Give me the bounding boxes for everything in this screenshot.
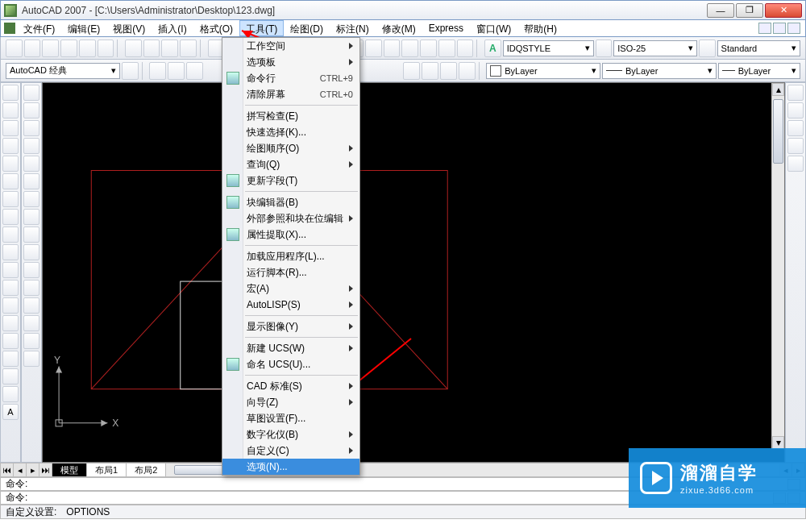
revcloud-icon[interactable] (2, 209, 19, 225)
tools-menu-item[interactable]: 显示图像(Y) (222, 318, 359, 335)
tools-menu-item[interactable]: 向导(Z) (222, 394, 359, 410)
tools-menu-item[interactable]: 草图设置(F)... (222, 410, 359, 426)
region-props-icon[interactable] (787, 120, 804, 136)
extend-icon[interactable] (23, 262, 39, 278)
layer-color-combo[interactable]: ByLayer▾ (486, 63, 600, 79)
tools-menu-item[interactable]: 查询(Q) (222, 156, 359, 172)
stretch-icon[interactable] (23, 227, 39, 243)
bylayer-icon[interactable] (422, 62, 438, 80)
matchprop-icon[interactable] (180, 39, 197, 57)
plot-icon[interactable] (60, 39, 77, 57)
ellipse-icon[interactable] (2, 244, 19, 260)
pline-icon[interactable] (2, 120, 19, 136)
hatch-icon[interactable] (2, 333, 19, 349)
area-icon[interactable] (787, 102, 804, 118)
scale-icon[interactable] (23, 209, 39, 225)
tools-menu-item[interactable]: 命令行CTRL+9 (222, 70, 359, 86)
tools-menu-item[interactable]: 拼写检查(E) (222, 108, 359, 124)
layer-freeze-icon[interactable] (403, 62, 420, 80)
array-icon[interactable] (23, 156, 39, 172)
menu-modify[interactable]: 修改(M) (376, 20, 422, 36)
tools-menu-item[interactable]: AutoLISP(S) (222, 297, 359, 313)
rect-icon[interactable] (2, 156, 19, 172)
erase-icon[interactable] (23, 85, 39, 101)
dimstyle-combo[interactable]: IDQSTYLE▾ (503, 40, 594, 56)
save-icon[interactable] (42, 39, 59, 57)
tools-menu-item[interactable]: 快速选择(K)... (222, 124, 359, 140)
copy-icon[interactable] (143, 39, 160, 57)
break-icon[interactable] (23, 280, 39, 296)
ellipse-arc-icon[interactable] (2, 262, 19, 278)
help-icon[interactable] (457, 39, 474, 57)
layer-prev-icon[interactable] (168, 62, 185, 80)
mdi-close[interactable] (787, 23, 800, 34)
rotate-icon[interactable] (23, 191, 39, 207)
tools-menu-item[interactable]: 绘图顺序(O) (222, 140, 359, 156)
tab-prev-icon[interactable]: ◂ (14, 463, 27, 476)
linetype-combo[interactable]: ByLayer▾ (602, 63, 717, 79)
mdi-restore[interactable] (773, 23, 786, 34)
offset-icon[interactable] (23, 138, 39, 154)
mirror-icon[interactable] (23, 120, 39, 136)
join-icon[interactable] (23, 297, 39, 314)
textstyle-combo[interactable]: Standard▾ (717, 40, 801, 56)
trim-icon[interactable] (23, 244, 39, 260)
workspace-combo[interactable]: AutoCAD 经典▾ (6, 63, 120, 79)
tools-menu-item[interactable]: 加载应用程序(L)... (222, 248, 359, 264)
tab-first-icon[interactable]: ⏮ (1, 463, 14, 476)
sheet-set-icon[interactable] (401, 39, 418, 57)
cut-icon[interactable] (125, 39, 142, 57)
polygon-icon[interactable] (2, 138, 19, 154)
menu-view[interactable]: 视图(V) (106, 20, 152, 36)
calc2-icon[interactable] (438, 39, 455, 57)
tools-menu-item[interactable]: 选项(N)... (222, 459, 359, 475)
menu-edit[interactable]: 编辑(E) (61, 20, 106, 36)
region-icon[interactable] (2, 368, 19, 384)
preview-icon[interactable] (79, 39, 96, 57)
tab-next-icon[interactable]: ▸ (27, 463, 39, 476)
vscroll-thumb[interactable] (773, 99, 783, 164)
layer-lock-icon[interactable] (440, 62, 457, 80)
explode-icon[interactable] (23, 351, 39, 367)
make-block-icon[interactable] (2, 297, 19, 314)
textstyle-icon[interactable] (699, 39, 716, 57)
tools-menu-item[interactable]: 清除屏幕CTRL+0 (222, 86, 359, 102)
point-icon[interactable] (2, 315, 19, 331)
paste-icon[interactable] (161, 39, 178, 57)
tools-menu-item[interactable]: 命名 UCS(U)... (222, 356, 359, 372)
tools-menu-item[interactable]: 外部参照和块在位编辑 (222, 210, 359, 227)
menu-express[interactable]: Express (422, 20, 470, 36)
dist-icon[interactable] (787, 85, 804, 101)
table-icon[interactable] (2, 386, 19, 402)
tools-menu-item[interactable]: 新建 UCS(W) (222, 340, 359, 356)
maximize-button[interactable]: ❐ (736, 3, 763, 18)
gradient-icon[interactable] (2, 351, 19, 367)
vscrollbar[interactable]: ▴ ▾ (771, 83, 784, 449)
arc-icon[interactable] (2, 173, 19, 189)
new-icon[interactable] (6, 39, 23, 57)
tools-menu-item[interactable]: 工作空间 (222, 38, 359, 54)
xline-icon[interactable] (2, 102, 19, 118)
insert-block-icon[interactable] (2, 280, 19, 296)
circle-icon[interactable] (2, 191, 19, 207)
tools-menu-item[interactable]: 选项板 (222, 54, 359, 70)
publish-icon[interactable] (98, 39, 114, 57)
tools-menu-item[interactable]: 运行脚本(R)... (222, 264, 359, 281)
tools-menu-item[interactable]: 自定义(C) (222, 443, 359, 459)
layer-mgr-icon[interactable] (149, 62, 166, 80)
tools-menu-item[interactable]: 块编辑器(B) (222, 194, 359, 210)
tab-last-icon[interactable]: ⏭ (39, 463, 52, 476)
tab-layout1[interactable]: 布局1 (87, 463, 127, 476)
tab-layout2[interactable]: 布局2 (127, 463, 166, 476)
fillet-icon[interactable] (23, 333, 39, 349)
list-icon[interactable] (787, 138, 804, 154)
open-icon[interactable] (24, 39, 41, 57)
minimize-button[interactable]: — (707, 3, 734, 18)
chamfer-icon[interactable] (23, 315, 39, 331)
tools-menu-item[interactable]: 属性提取(X)... (222, 227, 359, 243)
copy-obj-icon[interactable] (23, 102, 39, 118)
close-button[interactable]: ✕ (765, 3, 802, 18)
menu-insert[interactable]: 插入(I) (152, 20, 193, 36)
tab-model[interactable]: 模型 (52, 463, 87, 476)
menu-help[interactable]: 帮助(H) (517, 20, 563, 36)
